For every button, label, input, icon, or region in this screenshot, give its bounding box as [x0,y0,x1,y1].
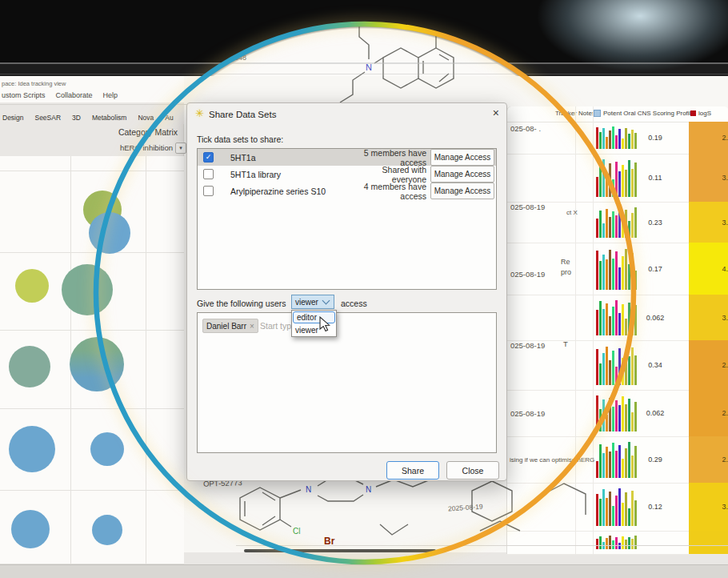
logs-cell: 2. [689,340,728,390]
menu-item[interactable]: Help [103,91,118,99]
dataset-name: 5HT1a library [230,170,354,179]
bar [596,395,598,431]
atom-n2: N [366,485,371,494]
scatter-bubble[interactable] [9,346,50,387]
bar [602,128,605,149]
tab-item[interactable]: SeeSAR [34,114,61,122]
manage-access-button[interactable]: Manage Access [430,149,494,166]
dataset-checkbox[interactable]: ✓ [203,152,214,163]
scatter-bubble[interactable] [11,510,50,548]
bar [618,348,621,385]
bar [618,445,621,478]
mouse-cursor [319,316,332,332]
bar [602,255,605,290]
atom-n1: N [306,485,311,494]
bar [618,267,621,290]
menu-item[interactable]: Collaborate [56,91,93,99]
bar [602,453,605,478]
bar [609,360,611,385]
bar [618,171,621,197]
close-icon[interactable]: × [493,107,499,118]
tab-item[interactable]: Nova [138,114,154,122]
panel-bottom-edge [236,545,728,546]
tab-item[interactable]: 3D [72,114,81,122]
bar [634,355,637,385]
bar [622,396,624,431]
score-value: 0.29 [627,456,683,464]
scatter-bubble[interactable] [89,212,130,254]
access-level-combobox[interactable]: viewer [291,295,334,309]
bar [618,313,621,335]
dataset-checkbox[interactable] [203,186,214,196]
bar [612,126,614,149]
bar [599,261,602,290]
bar [615,251,618,290]
bar [599,132,602,149]
bottom-structure-area: OPT-52773 Cl N N Br [184,476,728,564]
bar [612,443,614,478]
logs-cell: 2. [689,390,728,436]
column-header-logs[interactable]: logS [690,110,711,117]
share-datasets-dialog: ✳ Share Data Sets × Tick data sets to sh… [186,102,507,481]
scatter-bubble[interactable] [9,426,55,472]
gridline [0,171,184,171]
bar [615,400,618,431]
tab-item[interactable]: Au [165,114,173,122]
tab-item[interactable]: Metabolism [92,114,126,122]
matrix-filter-label: hERG inhibition [120,143,173,152]
dialog-title: Share Data Sets [209,110,276,119]
chevron-down-icon [322,297,330,305]
logs-cell: 3. [689,154,728,202]
bar [612,211,614,238]
bar [609,217,611,238]
manage-access-button[interactable]: Manage Access [430,183,494,199]
stardrop-icon: ✳ [195,107,204,119]
bar [602,309,605,335]
bar [622,165,624,197]
bar [618,405,621,431]
menu-item[interactable]: ustom Scripts [2,91,46,99]
bar [609,130,611,149]
bar [622,304,624,335]
logs-cell: 3. [689,295,728,340]
bar [606,209,608,238]
share-button[interactable]: Share [386,461,439,480]
close-button[interactable]: Close [446,461,499,480]
dataset-row[interactable]: ✓5HT1a5 members have accessManage Access [198,149,496,166]
chip-remove-icon[interactable]: × [250,322,254,331]
column-header-profile[interactable]: Potent Oral CNS Scoring Profile [594,110,694,117]
gridline [0,490,184,491]
scatter-bubble[interactable] [15,269,49,303]
scatter-bubble[interactable] [62,264,113,315]
status-bar [0,564,728,578]
screen: N pace: Idea tracking view ustom Scripts… [0,0,728,578]
dataset-row[interactable]: 5HT1a libraryShared with everyoneManage … [198,166,496,183]
bar [609,398,611,431]
table-row[interactable]: 0.174. [507,243,728,295]
bar [615,300,618,335]
bar [596,127,598,149]
user-chip-label: Daniel Barr [206,322,246,331]
bar [596,251,598,290]
gridline [0,408,184,409]
window-edge-line [0,74,728,74]
tab-item[interactable]: Design [2,114,23,122]
scatter-bubble[interactable] [70,337,124,391]
menu-bar: ustom ScriptsCollaborateHelp [2,91,118,99]
user-chip: Daniel Barr × [202,319,258,333]
score-value: 0.11 [627,174,683,182]
user-entry-box[interactable]: Daniel Barr × Start typ... [197,312,497,453]
scatter-bubble[interactable] [92,515,122,545]
table-row[interactable]: 0.113. [507,154,728,203]
dataset-row[interactable]: Arylpiperazine series S104 members have … [198,183,496,199]
logs-header-label: logS [698,110,711,117]
dataset-checkbox[interactable] [203,169,214,179]
table-row[interactable]: 0.0623. [507,295,728,341]
scatter-bubble[interactable] [90,432,124,466]
bar [606,137,608,149]
manage-access-button[interactable]: Manage Access [430,166,494,183]
matrix-filter-dropdown[interactable]: ▾ [175,142,186,154]
bar [615,451,618,478]
bar [622,215,624,238]
horizontal-scrollbar[interactable] [244,549,436,552]
